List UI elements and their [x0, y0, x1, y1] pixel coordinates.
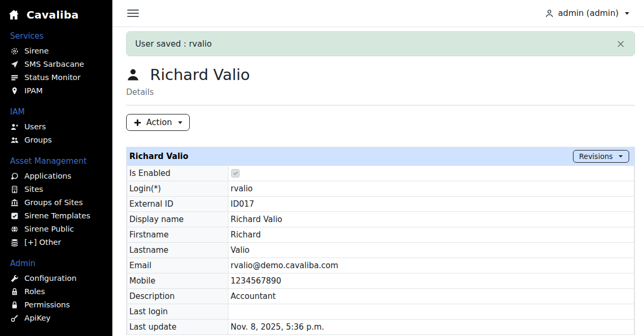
- sidebar-item-ipam[interactable]: IPAM: [6, 84, 106, 97]
- table-row: Description Accountant: [127, 289, 634, 304]
- table-row: Last login: [127, 304, 634, 320]
- table-row: Display name Richard Valio: [127, 212, 634, 227]
- field-value: ID017: [228, 197, 634, 212]
- topbar: admin (admin): [112, 0, 644, 27]
- home-icon: [8, 9, 20, 21]
- sidebar-item-apikey[interactable]: ApiKey: [6, 312, 106, 324]
- person-icon: [126, 68, 140, 82]
- alert-message: User saved : rvalio: [135, 39, 212, 49]
- sidebar-item-label: [+] Other: [24, 238, 61, 246]
- sidebar-item-sirene[interactable]: Sirene: [6, 45, 106, 57]
- field-value: Richard: [228, 227, 634, 243]
- action-button-label: Action: [146, 118, 172, 127]
- page-subtitle: Details: [126, 87, 635, 97]
- sidebar-item-label: Configuration: [24, 274, 76, 282]
- sidebar-item-label: Roles: [24, 287, 45, 296]
- sidebar-item-roles[interactable]: Roles: [6, 285, 106, 298]
- card-header-title: Richard Valio: [129, 152, 188, 161]
- lock-badge-icon: [10, 287, 19, 296]
- revisions-button[interactable]: Revisions: [573, 150, 629, 163]
- sidebar-item-groups[interactable]: Groups: [6, 134, 106, 146]
- content: User saved : rvalio Richard Valio Detail…: [112, 27, 644, 335]
- sidebar-item-label: SMS Sarbacane: [24, 60, 84, 68]
- globe-icon: [10, 225, 19, 233]
- user-menu[interactable]: admin (admin): [545, 8, 629, 18]
- sidebar-item-label: Status Monitor: [24, 73, 81, 82]
- send-icon: [10, 60, 19, 68]
- sidebar-item-label: IPAM: [24, 86, 43, 95]
- sidebar-item-label: Applications: [24, 172, 72, 180]
- field-label: Firstname: [127, 227, 228, 243]
- sidebar-item-permissions[interactable]: Permissions: [6, 298, 106, 311]
- page-title: Richard Valio: [126, 66, 635, 84]
- field-label: Display name: [127, 212, 228, 227]
- sidebar-item-sirene-templates[interactable]: Sirene Templates: [6, 209, 106, 222]
- person-plus-icon: [10, 122, 19, 131]
- sidebar-section-asset-management: Asset Management Applications Sites Grou…: [6, 156, 106, 249]
- building-icon: [10, 185, 19, 193]
- sidebar-item-sms-sarbacane[interactable]: SMS Sarbacane: [6, 58, 106, 70]
- action-button[interactable]: Action: [126, 114, 190, 131]
- field-label: Login(*): [127, 181, 228, 197]
- section-heading: IAM: [6, 107, 106, 117]
- revisions-button-label: Revisions: [579, 152, 613, 161]
- brand-name: Cavaliba: [27, 8, 79, 21]
- success-alert: User saved : rvalio: [126, 31, 635, 56]
- sidebar-item-label: Sirene Templates: [24, 211, 90, 220]
- page-title-text: Richard Valio: [150, 66, 250, 84]
- divider: [126, 105, 635, 105]
- field-label: Last update: [127, 320, 228, 335]
- sidebar-item-applications[interactable]: Applications: [6, 170, 106, 182]
- check-square-icon: [10, 211, 19, 220]
- wrench-icon: [10, 274, 19, 282]
- sidebar-item-groups-of-sites[interactable]: Groups of Sites: [6, 196, 106, 209]
- sidebar-section-iam: IAM Users Groups: [6, 107, 106, 146]
- sidebar-item-label: Sirene Public: [24, 225, 74, 233]
- field-value: Accountant: [228, 289, 634, 304]
- sidebar-item-configuration[interactable]: Configuration: [6, 272, 106, 285]
- table-row: Is Enabled: [127, 166, 634, 181]
- field-value: rvalio: [228, 181, 634, 197]
- sidebar-item-users[interactable]: Users: [6, 120, 106, 133]
- user-details-card: Richard Valio Revisions Is Enabled: [126, 147, 635, 335]
- field-value: rvalio@demo.cavaliba.com: [228, 258, 634, 273]
- field-value: Valio: [228, 243, 634, 258]
- table-row: External ID ID017: [127, 197, 634, 212]
- plus-icon: [134, 119, 142, 127]
- card-header: Richard Valio Revisions: [127, 147, 634, 165]
- table-row: Firstname Richard: [127, 227, 634, 243]
- field-label: Email: [127, 258, 228, 273]
- section-heading: Asset Management: [6, 156, 106, 166]
- is-enabled-checkbox: [231, 169, 240, 178]
- sidebar-item-label: Users: [24, 122, 46, 131]
- field-value: [228, 166, 634, 181]
- field-value: 1234567890: [228, 273, 634, 289]
- sidebar-item-other[interactable]: [+] Other: [6, 236, 106, 249]
- field-label: Description: [127, 289, 228, 304]
- brand[interactable]: Cavaliba: [6, 8, 106, 21]
- details-table: Is Enabled Login(*) rvalio External ID: [127, 165, 634, 335]
- sidebar-item-sirene-public[interactable]: Sirene Public: [6, 223, 106, 235]
- list-bars-icon: [10, 73, 19, 82]
- bank-icon: [10, 198, 19, 207]
- chevron-down-icon: [619, 155, 623, 157]
- sidebar-item-label: Groups: [24, 136, 52, 144]
- table-row: Email rvalio@demo.cavaliba.com: [127, 258, 634, 273]
- close-icon[interactable]: [614, 38, 627, 50]
- lock-icon: [10, 300, 19, 309]
- field-label: Lastname: [127, 243, 228, 258]
- field-value: Nov. 8, 2025, 5:36 p.m.: [228, 320, 634, 335]
- main-area: admin (admin) User saved : rvalio Richar…: [112, 0, 644, 336]
- sidebar-item-sites[interactable]: Sites: [6, 183, 106, 196]
- sidebar-item-label: Sirene: [24, 47, 49, 55]
- field-label: External ID: [127, 197, 228, 212]
- sidebar: Cavaliba Services Sirene SMS Sarbacane S…: [0, 0, 112, 336]
- people-icon: [10, 136, 19, 144]
- sidebar-item-status-monitor[interactable]: Status Monitor: [6, 71, 106, 84]
- user-label: admin (admin): [558, 8, 619, 18]
- hamburger-menu-icon[interactable]: [127, 10, 139, 17]
- key-icon: [10, 314, 19, 322]
- person-outline-icon: [545, 9, 554, 18]
- sidebar-item-label: Permissions: [24, 300, 70, 309]
- table-row: Login(*) rvalio: [127, 181, 634, 197]
